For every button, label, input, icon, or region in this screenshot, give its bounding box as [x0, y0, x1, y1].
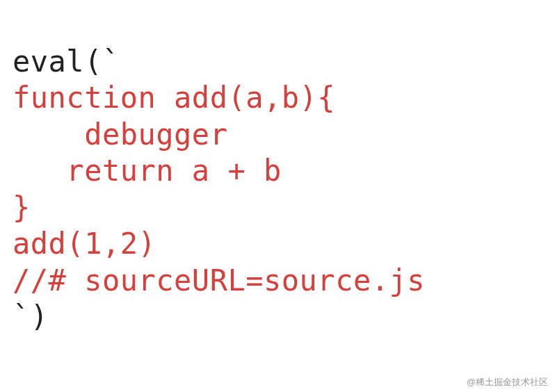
code-line-4: return a + b: [13, 154, 282, 188]
watermark: @稀土掘金技术社区: [467, 377, 548, 388]
code-line-1: eval(`: [13, 44, 120, 79]
code-line-8: `): [13, 300, 49, 334]
code-line-7: //# sourceURL=source.js: [13, 263, 425, 297]
code-line-5: }: [13, 190, 31, 224]
code-line-2: function add(a,b){: [13, 81, 335, 115]
code-line-6: add(1,2): [13, 227, 156, 261]
code-snippet: eval(` function add(a,b){ debugger retur…: [13, 7, 542, 336]
code-line-3: debugger: [13, 117, 227, 152]
